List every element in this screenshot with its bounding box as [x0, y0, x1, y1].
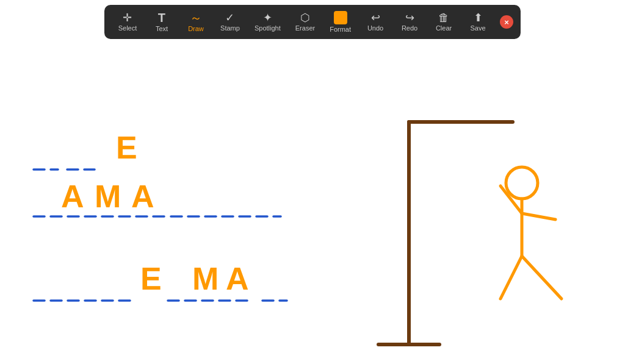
toolbar: ✛ Select T Text ～ Draw ✓ Stamp ✦ Spotlig…	[104, 5, 521, 39]
eraser-label: Eraser	[295, 24, 315, 32]
drawing-canvas[interactable]	[0, 0, 625, 364]
save-label: Save	[470, 24, 485, 32]
select-label: Select	[118, 24, 137, 32]
tool-redo[interactable]: ↪ Redo	[394, 10, 425, 34]
stamp-label: Stamp	[220, 24, 240, 32]
clear-label: Clear	[436, 24, 452, 32]
tool-eraser[interactable]: ⬡ Eraser	[289, 10, 321, 34]
tool-spotlight[interactable]: ✦ Spotlight	[248, 10, 287, 34]
clear-icon: 🗑	[438, 12, 449, 23]
spotlight-label: Spotlight	[255, 24, 281, 32]
text-label: Text	[156, 25, 168, 32]
tool-stamp[interactable]: ✓ Stamp	[214, 10, 246, 34]
tool-save[interactable]: ⬆ Save	[462, 10, 494, 34]
draw-label: Draw	[188, 25, 204, 32]
undo-icon: ↩	[371, 12, 380, 23]
format-color-swatch	[334, 11, 347, 24]
text-icon: T	[158, 12, 165, 24]
spotlight-icon: ✦	[263, 12, 272, 23]
draw-icon: ～	[190, 12, 201, 24]
tool-clear[interactable]: 🗑 Clear	[428, 10, 460, 34]
select-icon: ✛	[123, 12, 132, 23]
format-label: Format	[330, 26, 351, 33]
tool-draw[interactable]: ～ Draw	[180, 9, 212, 35]
close-button[interactable]: ×	[500, 15, 513, 29]
stamp-icon: ✓	[225, 12, 234, 23]
redo-label: Redo	[402, 24, 417, 32]
eraser-icon: ⬡	[300, 12, 310, 23]
undo-label: Undo	[367, 24, 383, 32]
tool-text[interactable]: T Text	[146, 9, 178, 35]
tool-format[interactable]: Format	[323, 9, 357, 35]
tool-select[interactable]: ✛ Select	[112, 10, 143, 34]
tool-undo[interactable]: ↩ Undo	[359, 10, 391, 34]
save-icon: ⬆	[474, 12, 483, 23]
redo-icon: ↪	[405, 12, 414, 23]
